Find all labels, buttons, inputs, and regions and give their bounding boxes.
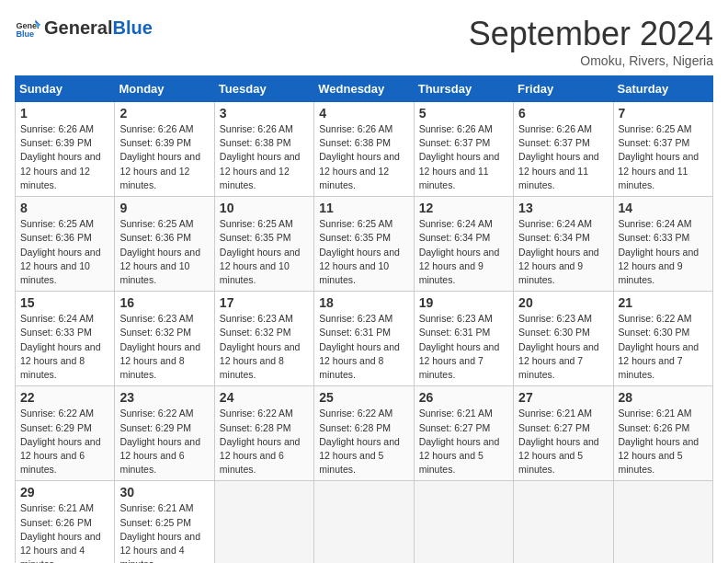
- day-detail: Sunrise: 6:22 AM Sunset: 6:28 PM Dayligh…: [220, 407, 309, 477]
- day-number: 21: [619, 295, 708, 310]
- day-number: 24: [220, 390, 309, 405]
- day-detail: Sunrise: 6:25 AM Sunset: 6:37 PM Dayligh…: [619, 122, 708, 192]
- day-detail: Sunrise: 6:22 AM Sunset: 6:29 PM Dayligh…: [20, 407, 109, 477]
- calendar-day-cell: 6 Sunrise: 6:26 AM Sunset: 6:37 PM Dayli…: [514, 102, 613, 197]
- calendar-day-cell: 16 Sunrise: 6:23 AM Sunset: 6:32 PM Dayl…: [115, 292, 214, 386]
- day-detail: Sunrise: 6:25 AM Sunset: 6:35 PM Dayligh…: [220, 217, 309, 287]
- calendar-day-cell: 25 Sunrise: 6:22 AM Sunset: 6:28 PM Dayl…: [314, 386, 414, 481]
- calendar-day-cell: 15 Sunrise: 6:24 AM Sunset: 6:33 PM Dayl…: [16, 292, 115, 386]
- calendar-day-cell: 17 Sunrise: 6:23 AM Sunset: 6:32 PM Dayl…: [214, 292, 313, 386]
- day-number: 18: [319, 295, 408, 310]
- calendar-day-cell: 29 Sunrise: 6:21 AM Sunset: 6:26 PM Dayl…: [16, 481, 115, 563]
- day-number: 7: [619, 106, 708, 121]
- calendar-week-row: 15 Sunrise: 6:24 AM Sunset: 6:33 PM Dayl…: [16, 292, 713, 386]
- calendar-day-cell: 23 Sunrise: 6:22 AM Sunset: 6:29 PM Dayl…: [115, 386, 214, 481]
- logo-blue: Blue: [112, 17, 152, 39]
- day-number: 23: [119, 390, 209, 405]
- day-detail: Sunrise: 6:21 AM Sunset: 6:27 PM Dayligh…: [518, 407, 608, 477]
- calendar-day-cell: 27 Sunrise: 6:21 AM Sunset: 6:27 PM Dayl…: [514, 386, 613, 481]
- day-detail: Sunrise: 6:24 AM Sunset: 6:33 PM Dayligh…: [619, 217, 708, 287]
- day-detail: Sunrise: 6:21 AM Sunset: 6:26 PM Dayligh…: [619, 407, 708, 477]
- calendar-day-cell: 3 Sunrise: 6:26 AM Sunset: 6:38 PM Dayli…: [214, 102, 313, 197]
- day-number: 25: [319, 390, 408, 405]
- col-monday: Monday: [115, 76, 214, 102]
- calendar-day-cell: 10 Sunrise: 6:25 AM Sunset: 6:35 PM Dayl…: [214, 197, 313, 292]
- logo-icon: General Blue: [15, 15, 40, 40]
- calendar-day-cell: 26 Sunrise: 6:21 AM Sunset: 6:27 PM Dayl…: [414, 386, 513, 481]
- calendar-day-cell: 13 Sunrise: 6:24 AM Sunset: 6:34 PM Dayl…: [514, 197, 613, 292]
- day-number: 14: [619, 201, 708, 215]
- calendar-day-cell: [514, 481, 613, 563]
- calendar-day-cell: 24 Sunrise: 6:22 AM Sunset: 6:28 PM Dayl…: [214, 386, 313, 481]
- day-detail: Sunrise: 6:26 AM Sunset: 6:38 PM Dayligh…: [319, 122, 408, 192]
- day-number: 19: [419, 295, 508, 310]
- calendar-day-cell: 12 Sunrise: 6:24 AM Sunset: 6:34 PM Dayl…: [414, 197, 513, 292]
- day-number: 20: [518, 295, 608, 310]
- day-number: 3: [220, 106, 309, 121]
- calendar-week-row: 1 Sunrise: 6:26 AM Sunset: 6:39 PM Dayli…: [16, 102, 713, 197]
- day-number: 30: [119, 485, 209, 500]
- calendar-day-cell: 11 Sunrise: 6:25 AM Sunset: 6:35 PM Dayl…: [314, 197, 414, 292]
- calendar-day-cell: 30 Sunrise: 6:21 AM Sunset: 6:25 PM Dayl…: [115, 481, 214, 563]
- day-detail: Sunrise: 6:24 AM Sunset: 6:34 PM Dayligh…: [518, 217, 608, 287]
- col-friday: Friday: [514, 76, 613, 102]
- day-number: 8: [20, 201, 109, 215]
- calendar-header-row: Sunday Monday Tuesday Wednesday Thursday…: [16, 76, 713, 102]
- day-number: 12: [419, 201, 508, 215]
- calendar-day-cell: [414, 481, 513, 563]
- day-detail: Sunrise: 6:23 AM Sunset: 6:32 PM Dayligh…: [220, 312, 309, 382]
- col-wednesday: Wednesday: [314, 76, 414, 102]
- logo-general: General: [44, 17, 112, 39]
- month-title: September 2024: [469, 15, 713, 53]
- day-detail: Sunrise: 6:22 AM Sunset: 6:28 PM Dayligh…: [319, 407, 408, 477]
- day-detail: Sunrise: 6:26 AM Sunset: 6:38 PM Dayligh…: [220, 122, 309, 192]
- day-detail: Sunrise: 6:23 AM Sunset: 6:30 PM Dayligh…: [518, 312, 608, 382]
- calendar-day-cell: [314, 481, 414, 563]
- day-number: 5: [419, 106, 508, 121]
- location-title: Omoku, Rivers, Nigeria: [469, 53, 713, 68]
- day-detail: Sunrise: 6:25 AM Sunset: 6:36 PM Dayligh…: [119, 217, 209, 287]
- calendar-day-cell: 19 Sunrise: 6:23 AM Sunset: 6:31 PM Dayl…: [414, 292, 513, 386]
- day-detail: Sunrise: 6:24 AM Sunset: 6:34 PM Dayligh…: [419, 217, 508, 287]
- day-detail: Sunrise: 6:25 AM Sunset: 6:35 PM Dayligh…: [319, 217, 408, 287]
- calendar-week-row: 8 Sunrise: 6:25 AM Sunset: 6:36 PM Dayli…: [16, 197, 713, 292]
- day-detail: Sunrise: 6:23 AM Sunset: 6:32 PM Dayligh…: [119, 312, 209, 382]
- day-detail: Sunrise: 6:25 AM Sunset: 6:36 PM Dayligh…: [20, 217, 109, 287]
- calendar-day-cell: 22 Sunrise: 6:22 AM Sunset: 6:29 PM Dayl…: [16, 386, 115, 481]
- page-header: General Blue General Blue September 2024…: [15, 15, 713, 68]
- day-detail: Sunrise: 6:26 AM Sunset: 6:39 PM Dayligh…: [20, 122, 109, 192]
- logo: General Blue General Blue: [15, 15, 153, 40]
- day-detail: Sunrise: 6:26 AM Sunset: 6:37 PM Dayligh…: [518, 122, 608, 192]
- day-number: 28: [619, 390, 708, 405]
- calendar-day-cell: 7 Sunrise: 6:25 AM Sunset: 6:37 PM Dayli…: [613, 102, 712, 197]
- calendar-day-cell: 28 Sunrise: 6:21 AM Sunset: 6:26 PM Dayl…: [613, 386, 712, 481]
- day-number: 2: [119, 106, 209, 121]
- day-detail: Sunrise: 6:23 AM Sunset: 6:31 PM Dayligh…: [419, 312, 508, 382]
- day-number: 1: [20, 106, 109, 121]
- col-sunday: Sunday: [16, 76, 115, 102]
- col-tuesday: Tuesday: [214, 76, 313, 102]
- calendar-day-cell: 1 Sunrise: 6:26 AM Sunset: 6:39 PM Dayli…: [16, 102, 115, 197]
- day-detail: Sunrise: 6:23 AM Sunset: 6:31 PM Dayligh…: [319, 312, 408, 382]
- day-detail: Sunrise: 6:26 AM Sunset: 6:39 PM Dayligh…: [119, 122, 209, 192]
- title-block: September 2024 Omoku, Rivers, Nigeria: [469, 15, 713, 68]
- day-number: 16: [119, 295, 209, 310]
- calendar-day-cell: 5 Sunrise: 6:26 AM Sunset: 6:37 PM Dayli…: [414, 102, 513, 197]
- day-detail: Sunrise: 6:21 AM Sunset: 6:25 PM Dayligh…: [119, 501, 209, 563]
- calendar-day-cell: 21 Sunrise: 6:22 AM Sunset: 6:30 PM Dayl…: [613, 292, 712, 386]
- calendar-week-row: 22 Sunrise: 6:22 AM Sunset: 6:29 PM Dayl…: [16, 386, 713, 481]
- calendar-day-cell: [214, 481, 313, 563]
- col-thursday: Thursday: [414, 76, 513, 102]
- calendar-day-cell: 14 Sunrise: 6:24 AM Sunset: 6:33 PM Dayl…: [613, 197, 712, 292]
- day-number: 9: [119, 201, 209, 215]
- calendar-day-cell: 2 Sunrise: 6:26 AM Sunset: 6:39 PM Dayli…: [115, 102, 214, 197]
- day-detail: Sunrise: 6:22 AM Sunset: 6:29 PM Dayligh…: [119, 407, 209, 477]
- calendar-day-cell: 8 Sunrise: 6:25 AM Sunset: 6:36 PM Dayli…: [16, 197, 115, 292]
- day-number: 27: [518, 390, 608, 405]
- calendar-week-row: 29 Sunrise: 6:21 AM Sunset: 6:26 PM Dayl…: [16, 481, 713, 563]
- day-number: 26: [419, 390, 508, 405]
- col-saturday: Saturday: [613, 76, 712, 102]
- svg-text:Blue: Blue: [16, 29, 34, 39]
- calendar-day-cell: 9 Sunrise: 6:25 AM Sunset: 6:36 PM Dayli…: [115, 197, 214, 292]
- day-number: 17: [220, 295, 309, 310]
